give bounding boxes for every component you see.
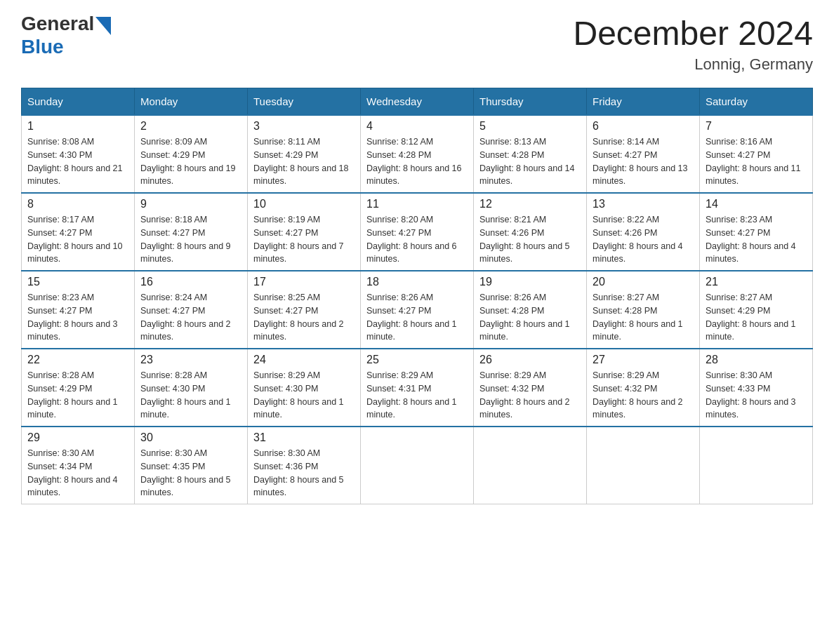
- calendar-cell: [700, 427, 813, 504]
- day-number: 6: [593, 120, 694, 133]
- calendar-cell: 31 Sunrise: 8:30 AMSunset: 4:36 PMDaylig…: [248, 427, 361, 504]
- calendar-cell: 15 Sunrise: 8:23 AMSunset: 4:27 PMDaylig…: [22, 271, 135, 349]
- calendar-cell: 14 Sunrise: 8:23 AMSunset: 4:27 PMDaylig…: [700, 193, 813, 271]
- calendar-cell: 27 Sunrise: 8:29 AMSunset: 4:32 PMDaylig…: [587, 349, 700, 427]
- logo: General Blue: [21, 14, 111, 57]
- weekday-header-friday: Friday: [587, 88, 700, 116]
- calendar-cell: 22 Sunrise: 8:28 AMSunset: 4:29 PMDaylig…: [22, 349, 135, 427]
- calendar-cell: 9 Sunrise: 8:18 AMSunset: 4:27 PMDayligh…: [135, 193, 248, 271]
- day-number: 8: [27, 198, 128, 210]
- svg-marker-0: [95, 17, 111, 35]
- cell-info: Sunrise: 8:26 AMSunset: 4:28 PMDaylight:…: [479, 291, 581, 344]
- week-row-5: 29 Sunrise: 8:30 AMSunset: 4:34 PMDaylig…: [22, 427, 813, 504]
- weekday-header-wednesday: Wednesday: [361, 88, 474, 116]
- calendar-cell: 18 Sunrise: 8:26 AMSunset: 4:27 PMDaylig…: [361, 271, 474, 349]
- calendar-cell: 26 Sunrise: 8:29 AMSunset: 4:32 PMDaylig…: [474, 349, 587, 427]
- day-number: 21: [706, 276, 807, 288]
- cell-info: Sunrise: 8:27 AMSunset: 4:28 PMDaylight:…: [593, 291, 694, 344]
- day-number: 28: [706, 354, 807, 366]
- cell-info: Sunrise: 8:30 AMSunset: 4:36 PMDaylight:…: [253, 447, 355, 499]
- calendar-cell: 25 Sunrise: 8:29 AMSunset: 4:31 PMDaylig…: [361, 349, 474, 427]
- day-number: 29: [27, 431, 128, 444]
- calendar-cell: 11 Sunrise: 8:20 AMSunset: 4:27 PMDaylig…: [361, 193, 474, 271]
- day-number: 25: [366, 354, 468, 366]
- calendar-cell: 5 Sunrise: 8:13 AMSunset: 4:28 PMDayligh…: [474, 115, 587, 193]
- day-number: 27: [593, 354, 694, 366]
- weekday-header-thursday: Thursday: [474, 88, 587, 116]
- cell-info: Sunrise: 8:17 AMSunset: 4:27 PMDaylight:…: [27, 213, 128, 266]
- cell-info: Sunrise: 8:30 AMSunset: 4:35 PMDaylight:…: [140, 447, 241, 499]
- cell-info: Sunrise: 8:23 AMSunset: 4:27 PMDaylight:…: [27, 291, 128, 344]
- day-number: 16: [140, 276, 241, 288]
- location-title: Lonnig, Germany: [573, 55, 813, 74]
- calendar-cell: 2 Sunrise: 8:09 AMSunset: 4:29 PMDayligh…: [135, 115, 248, 193]
- cell-info: Sunrise: 8:09 AMSunset: 4:29 PMDaylight:…: [140, 135, 241, 188]
- day-number: 26: [479, 354, 581, 366]
- week-row-1: 1 Sunrise: 8:08 AMSunset: 4:30 PMDayligh…: [22, 115, 813, 193]
- day-number: 20: [593, 276, 694, 288]
- cell-info: Sunrise: 8:29 AMSunset: 4:32 PMDaylight:…: [479, 369, 581, 422]
- calendar-cell: 13 Sunrise: 8:22 AMSunset: 4:26 PMDaylig…: [587, 193, 700, 271]
- calendar-cell: [361, 427, 474, 504]
- calendar-cell: 29 Sunrise: 8:30 AMSunset: 4:34 PMDaylig…: [22, 427, 135, 504]
- calendar-cell: 19 Sunrise: 8:26 AMSunset: 4:28 PMDaylig…: [474, 271, 587, 349]
- weekday-header-tuesday: Tuesday: [248, 88, 361, 116]
- calendar-table: SundayMondayTuesdayWednesdayThursdayFrid…: [21, 88, 813, 504]
- logo-triangle-icon: [95, 17, 111, 35]
- weekday-header-sunday: Sunday: [22, 88, 135, 116]
- calendar-cell: 17 Sunrise: 8:25 AMSunset: 4:27 PMDaylig…: [248, 271, 361, 349]
- week-row-2: 8 Sunrise: 8:17 AMSunset: 4:27 PMDayligh…: [22, 193, 813, 271]
- day-number: 15: [27, 276, 128, 288]
- calendar-cell: [474, 427, 587, 504]
- cell-info: Sunrise: 8:26 AMSunset: 4:27 PMDaylight:…: [366, 291, 468, 344]
- day-number: 12: [479, 198, 581, 210]
- day-number: 14: [706, 198, 807, 210]
- day-number: 7: [706, 120, 807, 133]
- day-number: 19: [479, 276, 581, 288]
- cell-info: Sunrise: 8:11 AMSunset: 4:29 PMDaylight:…: [253, 135, 355, 188]
- cell-info: Sunrise: 8:13 AMSunset: 4:28 PMDaylight:…: [479, 135, 581, 188]
- logo-general-text: General: [21, 13, 94, 34]
- day-number: 18: [366, 276, 468, 288]
- cell-info: Sunrise: 8:28 AMSunset: 4:29 PMDaylight:…: [27, 369, 128, 422]
- weekday-header-saturday: Saturday: [700, 88, 813, 116]
- day-number: 24: [253, 354, 355, 366]
- calendar-cell: 28 Sunrise: 8:30 AMSunset: 4:33 PMDaylig…: [700, 349, 813, 427]
- page-header: General Blue December 2024 Lonnig, Germa…: [21, 14, 813, 74]
- day-number: 22: [27, 354, 128, 366]
- calendar-cell: 30 Sunrise: 8:30 AMSunset: 4:35 PMDaylig…: [135, 427, 248, 504]
- cell-info: Sunrise: 8:23 AMSunset: 4:27 PMDaylight:…: [706, 213, 807, 266]
- cell-info: Sunrise: 8:18 AMSunset: 4:27 PMDaylight:…: [140, 213, 241, 266]
- day-number: 11: [366, 198, 468, 210]
- weekday-header-row: SundayMondayTuesdayWednesdayThursdayFrid…: [22, 88, 813, 116]
- month-title: December 2024: [573, 14, 813, 53]
- calendar-cell: 12 Sunrise: 8:21 AMSunset: 4:26 PMDaylig…: [474, 193, 587, 271]
- cell-info: Sunrise: 8:24 AMSunset: 4:27 PMDaylight:…: [140, 291, 241, 344]
- cell-info: Sunrise: 8:21 AMSunset: 4:26 PMDaylight:…: [479, 213, 581, 266]
- day-number: 5: [479, 120, 581, 133]
- cell-info: Sunrise: 8:30 AMSunset: 4:34 PMDaylight:…: [27, 447, 128, 499]
- calendar-cell: 4 Sunrise: 8:12 AMSunset: 4:28 PMDayligh…: [361, 115, 474, 193]
- cell-info: Sunrise: 8:22 AMSunset: 4:26 PMDaylight:…: [593, 213, 694, 266]
- cell-info: Sunrise: 8:28 AMSunset: 4:30 PMDaylight:…: [140, 369, 241, 422]
- day-number: 23: [140, 354, 241, 366]
- cell-info: Sunrise: 8:12 AMSunset: 4:28 PMDaylight:…: [366, 135, 468, 188]
- day-number: 17: [253, 276, 355, 288]
- calendar-cell: 23 Sunrise: 8:28 AMSunset: 4:30 PMDaylig…: [135, 349, 248, 427]
- calendar-cell: 6 Sunrise: 8:14 AMSunset: 4:27 PMDayligh…: [587, 115, 700, 193]
- calendar-cell: 20 Sunrise: 8:27 AMSunset: 4:28 PMDaylig…: [587, 271, 700, 349]
- calendar-cell: 21 Sunrise: 8:27 AMSunset: 4:29 PMDaylig…: [700, 271, 813, 349]
- cell-info: Sunrise: 8:29 AMSunset: 4:31 PMDaylight:…: [366, 369, 468, 422]
- cell-info: Sunrise: 8:19 AMSunset: 4:27 PMDaylight:…: [253, 213, 355, 266]
- cell-info: Sunrise: 8:20 AMSunset: 4:27 PMDaylight:…: [366, 213, 468, 266]
- calendar-cell: 8 Sunrise: 8:17 AMSunset: 4:27 PMDayligh…: [22, 193, 135, 271]
- cell-info: Sunrise: 8:29 AMSunset: 4:30 PMDaylight:…: [253, 369, 355, 422]
- calendar-cell: 7 Sunrise: 8:16 AMSunset: 4:27 PMDayligh…: [700, 115, 813, 193]
- cell-info: Sunrise: 8:16 AMSunset: 4:27 PMDaylight:…: [706, 135, 807, 188]
- title-block: December 2024 Lonnig, Germany: [573, 14, 813, 74]
- cell-info: Sunrise: 8:27 AMSunset: 4:29 PMDaylight:…: [706, 291, 807, 344]
- day-number: 31: [253, 431, 355, 444]
- cell-info: Sunrise: 8:25 AMSunset: 4:27 PMDaylight:…: [253, 291, 355, 344]
- day-number: 4: [366, 120, 468, 133]
- cell-info: Sunrise: 8:08 AMSunset: 4:30 PMDaylight:…: [27, 135, 128, 188]
